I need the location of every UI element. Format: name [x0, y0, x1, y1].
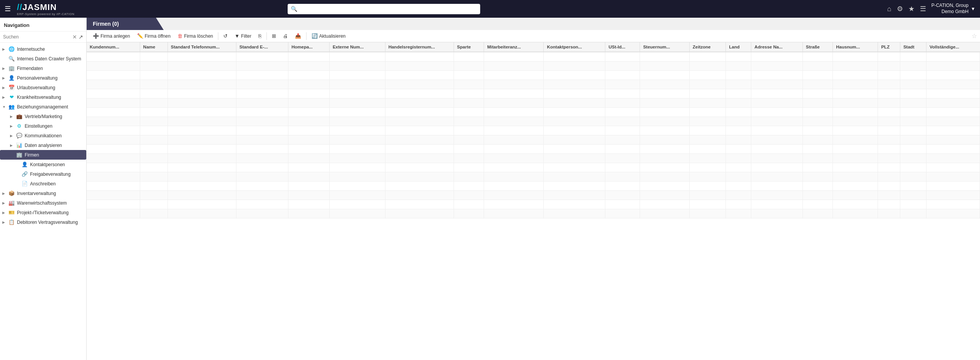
- sidebar-search-input[interactable]: [3, 34, 71, 40]
- item-label-krankheitsverwaltung: Krankheitsverwaltung: [17, 95, 61, 100]
- table-row: [87, 135, 980, 144]
- content-area: Firmen (0) ➕ Firma anlegen ✏️ Firma öffn…: [87, 18, 980, 360]
- nav-icon[interactable]: ☰: [920, 5, 926, 13]
- favorites-icon[interactable]: ★: [908, 5, 915, 13]
- item-label-projekt-ticketverwaltung: Projekt-/Ticketverwaltung: [17, 210, 69, 215]
- table-row: [87, 209, 980, 218]
- add-icon: ➕: [93, 33, 99, 39]
- col-standard-telefonnum---[interactable]: Standard Telefonnum...: [168, 42, 236, 52]
- item-label-kommunikationen: Kommunikationen: [25, 133, 62, 138]
- separator-3: [306, 32, 307, 40]
- col-land[interactable]: Land: [726, 42, 751, 52]
- sidebar-item-daten-crawler[interactable]: 🔍Internes Daten Crawler System: [0, 54, 86, 63]
- col-ust-id---[interactable]: USt-Id...: [605, 42, 640, 52]
- search-input[interactable]: [288, 4, 480, 14]
- search-icon: 🔍: [291, 6, 297, 12]
- item-label-firmendaten: Firmendaten: [17, 66, 43, 71]
- item-label-warenwirtschaft: Warenwirtschaftssystem: [17, 200, 67, 206]
- export-button[interactable]: 📥: [292, 32, 304, 40]
- sidebar-item-kommunikationen[interactable]: ▶💬Kommunikationen: [0, 131, 86, 140]
- table-row: [87, 172, 980, 181]
- col-steuernum---[interactable]: Steuernum...: [640, 42, 690, 52]
- refresh-icon-button[interactable]: ↺: [220, 32, 231, 40]
- sidebar-item-debitoren[interactable]: ▶📋Debitoren Vertragsverwaltung: [0, 217, 86, 227]
- item-icon-internetsuche: 🌐: [8, 46, 15, 52]
- col-kundennum---[interactable]: Kundennum...: [87, 42, 140, 52]
- sidebar-search-bar: ✕ ↗: [0, 32, 86, 43]
- sidebar-item-urlaubsverwaltung[interactable]: ▶📅Urlaubsverwaltung: [0, 83, 86, 92]
- logo: //JASMIN ERP-System powered by #P-CATION: [17, 2, 74, 16]
- col-vollst-ndige---[interactable]: Vollständige...: [926, 42, 980, 52]
- refresh-button[interactable]: 🔄 Aktualisieren: [308, 32, 349, 40]
- table-row: [87, 190, 980, 200]
- col-handelsregisternum---[interactable]: Handelsregisternum...: [385, 42, 454, 52]
- user-arrow-icon: ▼: [971, 6, 975, 12]
- item-icon-vertrieb: 💼: [16, 113, 22, 119]
- col-name[interactable]: Name: [140, 42, 168, 52]
- add-company-button[interactable]: ➕ Firma anlegen: [90, 32, 133, 40]
- item-label-beziehungsmanagement: Beziehungsmanagement: [17, 104, 68, 110]
- sidebar-item-personalverwaltung[interactable]: ▶👤Personalverwaltung: [0, 73, 86, 83]
- favorite-star-icon[interactable]: ☆: [972, 32, 977, 40]
- sidebar-item-kontaktpersonen[interactable]: 👤Kontaktpersonen: [0, 160, 86, 169]
- home-icon[interactable]: ⌂: [887, 5, 891, 13]
- print-button[interactable]: 🖨: [280, 32, 291, 40]
- item-label-debitoren: Debitoren Vertragsverwaltung: [17, 220, 78, 225]
- sidebar-item-firmendaten[interactable]: ▶🏢Firmendaten: [0, 63, 86, 73]
- toolbar: ➕ Firma anlegen ✏️ Firma öffnen 🗑 Firma …: [87, 30, 980, 42]
- col-standard-e----[interactable]: Standard E-...: [236, 42, 288, 52]
- sidebar-item-internetsuche[interactable]: ▶🌐Internetsuche: [0, 44, 86, 54]
- copy-button[interactable]: ⎘: [255, 32, 265, 40]
- item-label-daten-analysieren: Daten analysieren: [25, 143, 62, 148]
- table-row: [87, 153, 980, 163]
- sidebar-item-daten-analysieren[interactable]: ▶📊Daten analysieren: [0, 140, 86, 150]
- col-sparte[interactable]: Sparte: [454, 42, 484, 52]
- item-icon-urlaubsverwaltung: 📅: [8, 85, 15, 90]
- sidebar-item-vertrieb[interactable]: ▶💼Vertrieb/Marketing: [0, 112, 86, 121]
- item-icon-kontaktpersonen: 👤: [22, 162, 28, 167]
- companies-table: Kundennum...NameStandard Telefonnum...St…: [87, 42, 980, 218]
- col-stra-e[interactable]: Straße: [802, 42, 833, 52]
- col-homepa---[interactable]: Homepa...: [288, 42, 330, 52]
- sidebar-item-krankheitsverwaltung[interactable]: ▶❤Krankheitsverwaltung: [0, 92, 86, 102]
- col-externe-num---[interactable]: Externe Num...: [329, 42, 385, 52]
- sidebar-item-inventarverwaltung[interactable]: ▶📦Inventarverwaltung: [0, 188, 86, 198]
- global-search: 🔍: [288, 4, 480, 14]
- col-mitarbeiteranz---[interactable]: Mitarbeiteranz...: [484, 42, 544, 52]
- open-company-button[interactable]: ✏️ Firma öffnen: [134, 32, 174, 40]
- grid-icon: ⊞: [272, 33, 276, 39]
- delete-company-button[interactable]: 🗑 Firma löschen: [174, 32, 216, 40]
- settings-icon[interactable]: ⚙: [897, 5, 903, 13]
- grid-view-button[interactable]: ⊞: [269, 32, 279, 40]
- col-plz[interactable]: PLZ: [878, 42, 900, 52]
- logo-name: //JASMIN: [17, 2, 74, 12]
- user-menu[interactable]: P-CATION, Group Demo GmbH ▼: [931, 3, 975, 15]
- col-zeitzone[interactable]: Zeitzone: [689, 42, 725, 52]
- sidebar-search-go-icon[interactable]: ↗: [79, 34, 83, 40]
- user-name: P-CATION, Group Demo GmbH: [931, 3, 968, 15]
- sidebar-search-clear-icon[interactable]: ✕: [72, 34, 77, 40]
- arrow-icon-projekt-ticketverwaltung: ▶: [2, 211, 6, 215]
- arrow-icon-internetsuche: ▶: [2, 47, 6, 51]
- arrow-icon-kommunikationen: ▶: [10, 134, 14, 138]
- item-icon-firmen: 🏢: [16, 152, 22, 158]
- separator-1: [218, 32, 218, 40]
- print-icon: 🖨: [283, 33, 288, 39]
- col-stadt[interactable]: Stadt: [900, 42, 926, 52]
- item-icon-daten-analysieren: 📊: [16, 142, 22, 148]
- sidebar-item-projekt-ticketverwaltung[interactable]: ▶🎫Projekt-/Ticketverwaltung: [0, 208, 86, 217]
- col-hausnum---[interactable]: Hausnum...: [833, 42, 878, 52]
- sidebar-item-einstellungen[interactable]: ▶⚙Einstellungen: [0, 121, 86, 131]
- table-row: [87, 80, 980, 89]
- filter-button[interactable]: ▼ Filter: [231, 32, 255, 40]
- arrow-icon-debitoren: ▶: [2, 220, 6, 224]
- sidebar-item-beziehungsmanagement[interactable]: ▼👥Beziehungsmanagement: [0, 102, 86, 112]
- sidebar-item-warenwirtschaft[interactable]: ▶🏭Warenwirtschaftssystem: [0, 198, 86, 208]
- item-label-daten-crawler: Internes Daten Crawler System: [17, 56, 81, 62]
- col-kontaktperson---[interactable]: Kontaktperson...: [544, 42, 605, 52]
- sidebar-item-firmen[interactable]: 🏢Firmen: [0, 150, 86, 160]
- sidebar-item-freigabeverwaltung[interactable]: 🔗Freigabeverwaltung: [0, 169, 86, 179]
- col-adresse-na---[interactable]: Adresse Na...: [751, 42, 802, 52]
- sidebar-item-anschreiben[interactable]: 📄Anschreiben: [0, 179, 86, 188]
- hamburger-icon[interactable]: ☰: [5, 5, 11, 13]
